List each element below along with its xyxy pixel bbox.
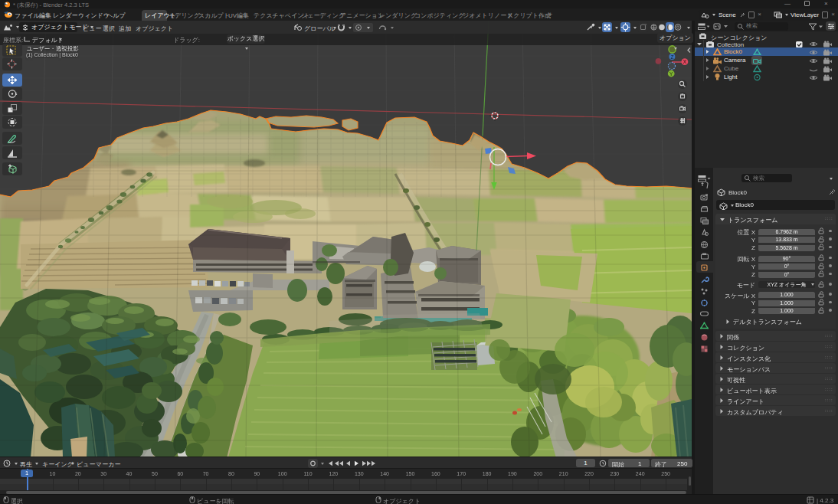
svg-text:Z: Z — [670, 54, 673, 60]
svg-text:Y: Y — [669, 71, 673, 77]
svg-text:X: X — [683, 59, 687, 64]
